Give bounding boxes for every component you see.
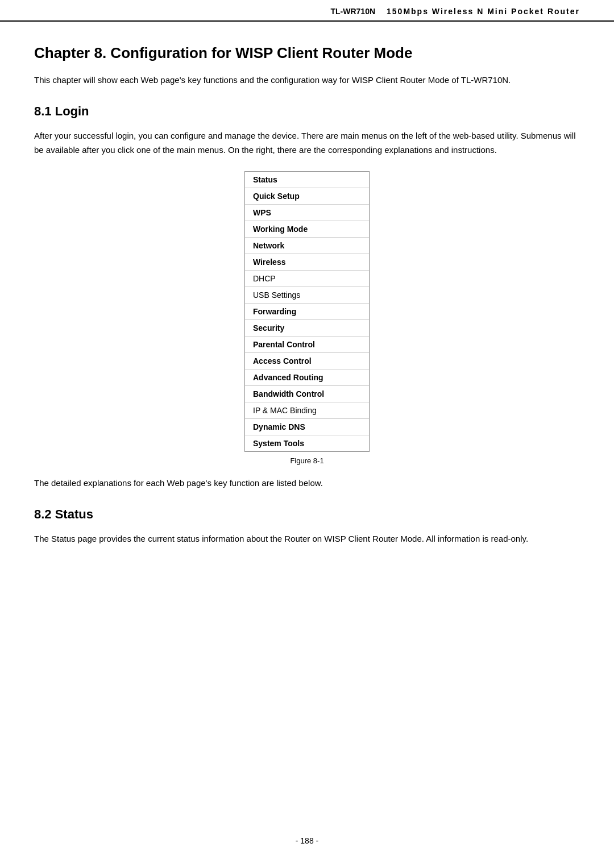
menu-item[interactable]: Network — [245, 238, 369, 254]
menu-item[interactable]: Parental Control — [245, 337, 369, 353]
chapter-intro: This chapter will show each Web page's k… — [34, 73, 580, 87]
page-footer: - 188 - — [0, 836, 614, 845]
section-82-title: 8.2 Status — [34, 507, 580, 522]
menu-box: StatusQuick SetupWPSWorking ModeNetworkW… — [244, 171, 370, 452]
header-title: 150Mbps Wireless N Mini Pocket Router — [387, 7, 580, 16]
page-number: - 188 - — [296, 836, 318, 845]
menu-item[interactable]: Advanced Routing — [245, 369, 369, 386]
header-model: TL-WR710N — [330, 7, 375, 16]
after-figure-text: The detailed explanations for each Web p… — [34, 476, 580, 490]
page-container: TL-WR710N 150Mbps Wireless N Mini Pocket… — [0, 0, 614, 868]
menu-item[interactable]: Working Mode — [245, 221, 369, 238]
figure-caption: Figure 8-1 — [290, 456, 323, 465]
chapter-title: Chapter 8. Configuration for WISP Client… — [34, 44, 580, 62]
menu-item[interactable]: Access Control — [245, 353, 369, 369]
menu-item[interactable]: System Tools — [245, 435, 369, 451]
menu-figure: StatusQuick SetupWPSWorking ModeNetworkW… — [34, 171, 580, 465]
section-81-title: 8.1 Login — [34, 104, 580, 119]
menu-item[interactable]: USB Settings — [245, 287, 369, 304]
menu-item[interactable]: Dynamic DNS — [245, 419, 369, 435]
menu-item[interactable]: Status — [245, 172, 369, 188]
menu-item[interactable]: DHCP — [245, 271, 369, 287]
section-82-text: The Status page provides the current sta… — [34, 532, 580, 546]
menu-item[interactable]: Forwarding — [245, 304, 369, 320]
menu-item[interactable]: WPS — [245, 205, 369, 221]
menu-item[interactable]: Quick Setup — [245, 188, 369, 205]
menu-item[interactable]: Security — [245, 320, 369, 337]
section-81-text: After your successful login, you can con… — [34, 129, 580, 157]
menu-item[interactable]: Bandwidth Control — [245, 386, 369, 402]
menu-item[interactable]: IP & MAC Binding — [245, 402, 369, 419]
menu-item[interactable]: Wireless — [245, 254, 369, 271]
page-header: TL-WR710N 150Mbps Wireless N Mini Pocket… — [0, 0, 614, 22]
main-content: Chapter 8. Configuration for WISP Client… — [0, 22, 614, 582]
